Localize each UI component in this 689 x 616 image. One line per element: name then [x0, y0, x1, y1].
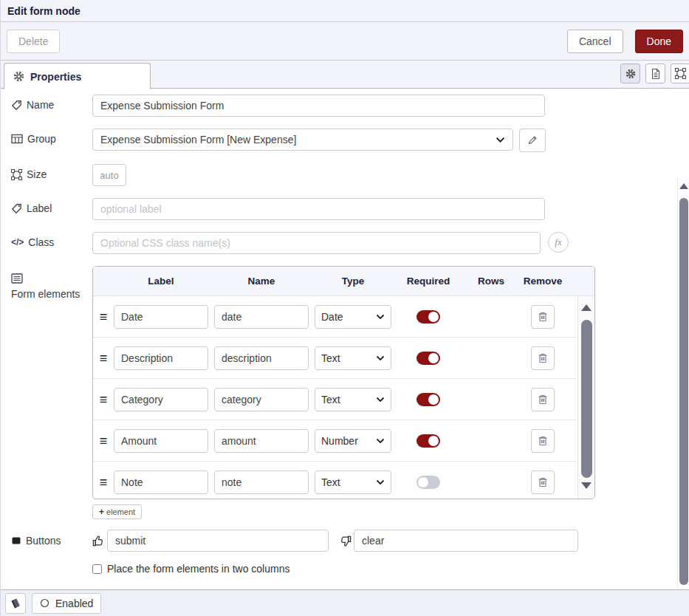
element-name-input[interactable]	[214, 429, 309, 453]
expression-fx-button[interactable]: fx	[548, 232, 569, 253]
table-scrollbar-thumb[interactable]	[581, 320, 592, 478]
elements-table: Label Name Type Required Rows Remove ≡ D…	[92, 266, 595, 499]
dialog-header: Edit form node	[1, 0, 689, 22]
element-name-input[interactable]	[214, 346, 309, 370]
element-label-input[interactable]	[114, 305, 208, 329]
scroll-down-icon[interactable]	[581, 482, 592, 489]
dialog-title: Edit form node	[7, 5, 80, 17]
element-name-input[interactable]	[214, 470, 309, 494]
chevron-down-icon	[376, 438, 385, 444]
tab-properties-label: Properties	[30, 71, 81, 83]
tab-properties[interactable]: Properties	[4, 63, 151, 89]
required-toggle[interactable]	[417, 476, 440, 489]
name-row: Name	[11, 95, 689, 117]
form-element-row: ≡ Text	[93, 462, 577, 499]
col-header-rows: Rows	[465, 276, 517, 287]
edit-group-button[interactable]	[519, 129, 546, 152]
enabled-label: Enabled	[55, 598, 93, 609]
drag-handle-icon[interactable]: ≡	[93, 476, 114, 489]
size-icon	[11, 169, 22, 180]
element-type-select[interactable]: Text	[315, 346, 391, 370]
col-header-name: Name	[214, 276, 309, 287]
enabled-toggle-button[interactable]: Enabled	[32, 593, 101, 614]
drag-handle-icon[interactable]: ≡	[93, 434, 114, 448]
appearance-tab-button[interactable]	[671, 64, 689, 83]
appearance-icon	[675, 68, 686, 79]
document-icon	[651, 68, 661, 80]
group-select-value: Expense Submission Form [New Expense]	[100, 134, 296, 146]
submit-button-label-input[interactable]	[107, 530, 329, 552]
thumbs-down-icon	[339, 535, 352, 547]
element-type-select[interactable]: Number	[315, 429, 391, 453]
scroll-up-icon[interactable]	[581, 304, 592, 311]
required-toggle[interactable]	[417, 352, 440, 365]
book-icon	[10, 598, 21, 609]
required-toggle[interactable]	[417, 434, 440, 448]
form-element-row: ≡ Text	[93, 379, 577, 420]
add-element-button[interactable]: + element	[92, 504, 142, 519]
element-name-input[interactable]	[214, 388, 309, 411]
col-header-type: Type	[315, 276, 391, 287]
drag-handle-icon[interactable]: ≡	[93, 310, 114, 324]
delete-button[interactable]: Delete	[7, 30, 60, 53]
required-toggle[interactable]	[417, 310, 440, 324]
docs-button[interactable]	[5, 593, 26, 614]
element-type-select[interactable]: Text	[315, 388, 391, 411]
gear-icon	[625, 69, 636, 79]
edit-form-node-dialog: Edit form node Delete Cancel Done Proper…	[0, 0, 689, 616]
group-row: Group Expense Submission Form [New Expen…	[11, 129, 689, 152]
delete-element-button[interactable]	[531, 388, 555, 411]
group-table-icon	[11, 134, 23, 144]
element-label-input[interactable]	[114, 346, 208, 370]
two-columns-checkbox[interactable]	[92, 564, 102, 574]
chevron-down-icon	[376, 355, 385, 361]
pencil-icon	[527, 135, 538, 146]
form-element-row: ≡ Number	[93, 420, 577, 462]
size-button[interactable]: auto	[92, 164, 126, 186]
chevron-down-icon	[376, 479, 385, 485]
cancel-button[interactable]: Cancel	[567, 30, 623, 53]
done-button[interactable]: Done	[635, 30, 683, 53]
group-select[interactable]: Expense Submission Form [New Expense]	[92, 129, 513, 151]
element-label-input[interactable]	[114, 388, 208, 411]
label-input[interactable]	[92, 198, 545, 220]
element-type-value: Text	[321, 476, 340, 488]
form-elements-label: Form elements	[11, 266, 92, 300]
label-label: Label	[11, 198, 92, 214]
gear-icon	[13, 71, 24, 82]
delete-element-button[interactable]	[531, 346, 555, 370]
panel-scroll-up-icon[interactable]	[679, 183, 688, 189]
panel-scrollbar-thumb[interactable]	[679, 198, 688, 585]
name-label: Name	[11, 95, 92, 111]
status-circle-icon	[40, 598, 49, 608]
plus-icon: +	[99, 507, 104, 517]
element-label-input[interactable]	[114, 470, 208, 494]
class-input[interactable]	[92, 232, 541, 254]
panel-scrollbar[interactable]	[677, 177, 689, 589]
trash-icon	[537, 476, 549, 488]
element-type-select[interactable]: Text	[315, 470, 391, 494]
delete-element-button[interactable]	[531, 470, 555, 494]
chevron-down-icon	[376, 314, 385, 320]
delete-element-button[interactable]	[531, 429, 555, 453]
trash-icon	[537, 435, 549, 447]
drag-handle-icon[interactable]: ≡	[93, 352, 114, 365]
col-header-remove: Remove	[517, 276, 569, 287]
code-icon: </>	[11, 237, 24, 247]
element-type-select[interactable]: Date	[315, 305, 391, 329]
required-toggle[interactable]	[417, 393, 440, 406]
trash-icon	[537, 394, 549, 405]
description-tab-button[interactable]	[645, 64, 665, 83]
trash-icon	[537, 352, 549, 364]
drag-handle-icon[interactable]: ≡	[93, 393, 114, 406]
name-input[interactable]	[92, 95, 545, 117]
element-name-input[interactable]	[214, 305, 309, 329]
delete-element-button[interactable]	[531, 305, 555, 329]
elements-table-rows: ≡ Date ≡ Text	[93, 296, 594, 499]
thumbs-up-icon	[92, 535, 105, 547]
buttons-row: Buttons	[11, 530, 689, 552]
properties-gear-tab-button[interactable]	[620, 64, 640, 83]
clear-button-label-input[interactable]	[354, 530, 578, 552]
element-label-input[interactable]	[114, 429, 208, 453]
table-scrollbar[interactable]	[577, 296, 594, 499]
